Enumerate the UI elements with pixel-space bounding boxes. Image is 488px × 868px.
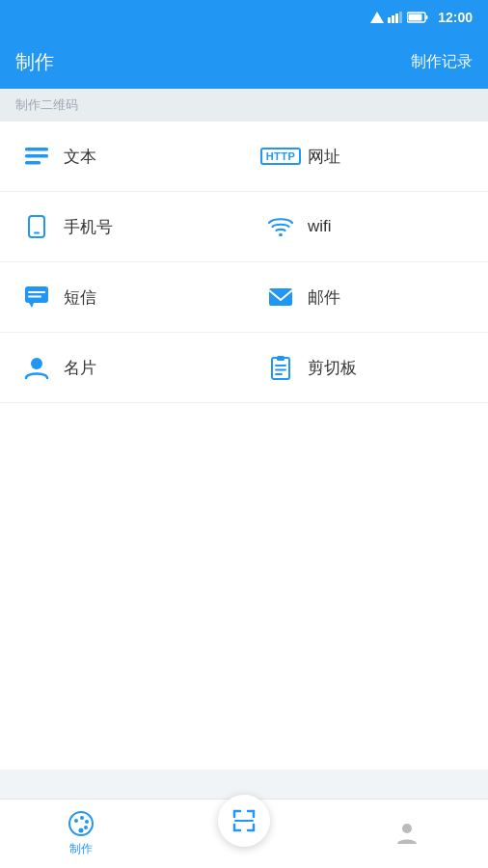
empty-area xyxy=(0,403,488,770)
scan-button[interactable] xyxy=(218,795,270,847)
make-label: 制作 xyxy=(69,841,93,857)
signal-bars-icon xyxy=(388,12,403,23)
signal-icon xyxy=(370,12,384,23)
sms-label: 短信 xyxy=(64,286,96,309)
svg-rect-20 xyxy=(272,358,289,379)
wifi-label: wifi xyxy=(308,217,332,236)
menu-item-url[interactable]: HTTP 网址 xyxy=(244,122,488,192)
svg-rect-6 xyxy=(409,14,422,21)
header-title: 制作 xyxy=(15,49,54,75)
svg-point-26 xyxy=(74,819,78,823)
history-button[interactable]: 制作记录 xyxy=(411,52,473,72)
menu-item-sms[interactable]: 短信 xyxy=(0,262,244,333)
text-icon xyxy=(23,143,50,170)
palette-icon xyxy=(68,810,95,837)
svg-rect-4 xyxy=(399,12,402,23)
menu-item-clipboard[interactable]: 剪切板 xyxy=(244,333,488,403)
status-time: 12:00 xyxy=(438,10,473,25)
card-icon xyxy=(23,354,50,381)
svg-rect-21 xyxy=(277,356,285,361)
svg-point-27 xyxy=(80,816,84,820)
card-label: 名片 xyxy=(64,357,96,379)
svg-rect-2 xyxy=(392,15,394,23)
section-label: 制作二维码 xyxy=(0,89,488,122)
phone-label: 手机号 xyxy=(64,216,113,238)
menu-grid: 文本 HTTP 网址 手机号 wifi xyxy=(0,122,488,403)
app-header: 制作 制作记录 xyxy=(0,35,488,89)
svg-rect-9 xyxy=(25,154,48,158)
nav-item-profile[interactable] xyxy=(325,819,488,850)
svg-point-30 xyxy=(79,828,84,833)
svg-point-19 xyxy=(31,358,42,369)
status-bar: 12:00 xyxy=(0,0,488,35)
battery-icon xyxy=(407,12,428,23)
svg-rect-3 xyxy=(395,14,398,23)
menu-item-wifi[interactable]: wifi xyxy=(244,192,488,262)
clipboard-label: 剪切板 xyxy=(308,357,357,379)
url-label: 网址 xyxy=(308,146,340,168)
svg-point-29 xyxy=(84,826,88,829)
text-label: 文本 xyxy=(64,146,96,168)
svg-rect-18 xyxy=(269,288,292,306)
wifi-icon xyxy=(267,213,294,240)
svg-rect-10 xyxy=(25,161,41,165)
email-label: 邮件 xyxy=(308,286,340,309)
nav-scan-container xyxy=(163,795,326,854)
svg-point-32 xyxy=(402,824,412,833)
menu-item-card[interactable]: 名片 xyxy=(0,333,244,403)
nav-item-make[interactable]: 制作 xyxy=(0,810,163,857)
profile-icon xyxy=(393,819,420,846)
menu-item-phone[interactable]: 手机号 xyxy=(0,192,244,262)
status-icons xyxy=(370,12,428,23)
menu-item-email[interactable]: 邮件 xyxy=(244,262,488,333)
clipboard-icon xyxy=(267,354,294,381)
bottom-nav: 制作 xyxy=(0,799,488,868)
svg-marker-0 xyxy=(370,12,384,23)
svg-rect-14 xyxy=(25,286,48,303)
menu-item-text[interactable]: 文本 xyxy=(0,122,244,192)
svg-rect-11 xyxy=(29,216,44,237)
scan-icon xyxy=(230,807,258,834)
svg-point-13 xyxy=(279,233,283,236)
http-icon: HTTP xyxy=(267,143,294,170)
sms-icon xyxy=(23,284,50,311)
svg-rect-8 xyxy=(25,148,48,151)
svg-point-28 xyxy=(85,820,89,824)
svg-rect-1 xyxy=(388,17,391,23)
svg-marker-15 xyxy=(29,303,34,308)
email-icon xyxy=(267,284,294,311)
svg-rect-7 xyxy=(426,15,428,19)
phone-icon xyxy=(23,213,50,240)
